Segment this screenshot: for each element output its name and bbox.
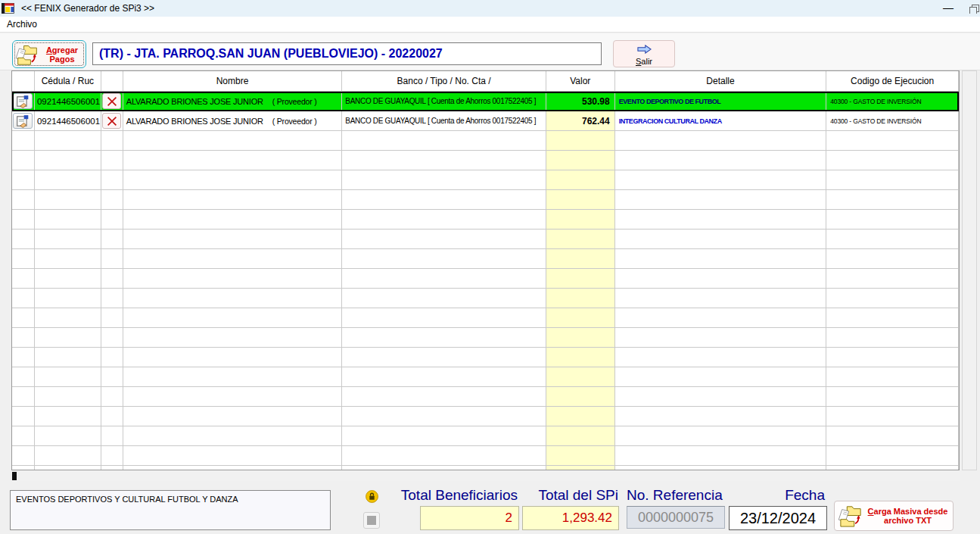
- cell-cedula: [35, 426, 101, 446]
- fecha-label: Fecha: [726, 487, 825, 504]
- header-detalle: Detalle: [615, 71, 827, 92]
- cell-edit: [12, 446, 35, 466]
- cell-valor: 530.98: [546, 92, 615, 111]
- cell-detalle: [615, 426, 827, 446]
- cell-edit: [12, 92, 35, 111]
- table-row[interactable]: [12, 348, 959, 367]
- cell-nombre: [123, 328, 343, 348]
- cell-detalle: [615, 348, 827, 367]
- load-file-icon: [838, 504, 863, 527]
- carga-masiva-button[interactable]: Carga Masiva desde archivo TXT: [834, 501, 954, 531]
- cell-banco: [342, 387, 546, 407]
- total-beneficiarios-label: Total Beneficiarios: [378, 487, 518, 504]
- cell-valor: [546, 269, 615, 289]
- table-row[interactable]: [12, 170, 959, 190]
- cell-edit: [12, 367, 35, 387]
- table-row[interactable]: [12, 230, 959, 249]
- cell-valor: [546, 367, 615, 387]
- cell-detalle: [615, 190, 827, 210]
- menu-bar: Archivo: [0, 17, 980, 33]
- cell-valor: [546, 170, 615, 190]
- cell-edit: [12, 249, 35, 269]
- cell-cedula: [35, 249, 101, 269]
- cell-detalle: [615, 387, 827, 407]
- cell-nombre: [123, 446, 343, 466]
- table-row[interactable]: [12, 466, 959, 470]
- fecha-field[interactable]: 23/12/2024: [729, 506, 827, 530]
- exit-arrow-icon: [637, 45, 652, 54]
- cell-banco: [342, 446, 546, 466]
- cell-codigo: [826, 190, 959, 210]
- gray-square: [367, 516, 376, 525]
- table-row[interactable]: [12, 131, 959, 151]
- cell-codigo: [826, 131, 959, 151]
- cell-codigo: [826, 348, 959, 367]
- table-row[interactable]: [12, 308, 959, 328]
- cell-delete: [101, 426, 123, 446]
- header-delete-col: [101, 71, 123, 92]
- menu-archivo[interactable]: Archivo: [7, 19, 37, 30]
- minimize-button[interactable]: —: [937, 0, 960, 17]
- table-row[interactable]: [12, 407, 959, 426]
- header-nombre: Nombre: [123, 71, 343, 92]
- cell-delete: [101, 387, 123, 407]
- cell-edit: [12, 466, 35, 470]
- cell-banco: [342, 308, 546, 328]
- cell-valor: [546, 190, 615, 210]
- delete-row-button[interactable]: [102, 93, 121, 109]
- cell-codigo: 40300 - GASTO DE INVERSIÓN: [826, 92, 959, 111]
- cell-banco: [342, 407, 546, 426]
- table-row[interactable]: [12, 210, 959, 230]
- delete-row-button[interactable]: [102, 113, 121, 129]
- table-row[interactable]: [12, 151, 959, 170]
- cell-cedula: [35, 466, 101, 470]
- cell-cedula: [35, 387, 101, 407]
- salir-button[interactable]: Salir: [613, 40, 675, 67]
- descripcion-textarea[interactable]: EVENTOS DEPORTIVOS Y CULTURAL FUTBOL Y D…: [10, 490, 331, 530]
- agregar-pagos-button[interactable]: Agregar Pagos: [12, 40, 86, 68]
- edit-row-button[interactable]: [13, 93, 33, 109]
- table-row[interactable]: [12, 387, 959, 407]
- cell-nombre: [123, 210, 343, 230]
- horizontal-scrollbar[interactable]: [11, 471, 960, 481]
- cell-codigo: [826, 426, 959, 446]
- vertical-scrollbar[interactable]: [962, 70, 977, 470]
- beneficiario-field[interactable]: (TR) - JTA. PARROQ.SAN JUAN (PUEBLOVIEJO…: [92, 42, 602, 65]
- edit-row-button[interactable]: [13, 113, 33, 129]
- table-row[interactable]: [12, 328, 959, 348]
- table-row[interactable]: [12, 249, 959, 269]
- table-row[interactable]: [12, 190, 959, 210]
- cell-banco: [342, 426, 546, 446]
- cell-cedula: [35, 308, 101, 328]
- table-row[interactable]: [12, 269, 959, 289]
- cell-codigo: 40300 - GASTO DE INVERSIÓN: [826, 111, 959, 131]
- cell-banco: [342, 328, 546, 348]
- payments-table: Cédula / Ruc Nombre Banco / Tipo / No. C…: [11, 70, 960, 470]
- toolbar: Agregar Pagos (TR) - JTA. PARROQ.SAN JUA…: [0, 33, 980, 70]
- table-row[interactable]: [12, 446, 959, 466]
- color-swatch-button[interactable]: [363, 512, 380, 529]
- table-row[interactable]: 0921446506001 ALVARADO BRIONES JOSE JUNI…: [12, 111, 959, 131]
- table-row[interactable]: 0921446506001 ALVARADO BRIONES JOSE JUNI…: [12, 92, 959, 111]
- horizontal-scrollbar-thumb[interactable]: [12, 472, 17, 480]
- cell-cedula: [35, 289, 101, 308]
- total-spi-field: 1,293.42: [522, 506, 619, 530]
- cell-edit: [12, 151, 35, 170]
- cell-valor: [546, 446, 615, 466]
- cell-delete: [101, 190, 123, 210]
- total-spi-label: Total del SPi: [499, 487, 618, 504]
- cell-nombre: [123, 407, 343, 426]
- cell-codigo: [826, 387, 959, 407]
- focus-rect: [14, 42, 84, 66]
- cell-edit: [12, 210, 35, 230]
- cell-banco: [342, 151, 546, 170]
- table-row[interactable]: [12, 367, 959, 387]
- table-row[interactable]: [12, 426, 959, 446]
- cell-banco: [342, 269, 546, 289]
- table-row[interactable]: [12, 289, 959, 308]
- cell-codigo: [826, 151, 959, 170]
- cell-valor: [546, 289, 615, 308]
- cell-detalle: INTEGRACION CULTURAL DANZA: [615, 111, 827, 131]
- cell-nombre: [123, 367, 343, 387]
- restore-button[interactable]: [969, 4, 980, 14]
